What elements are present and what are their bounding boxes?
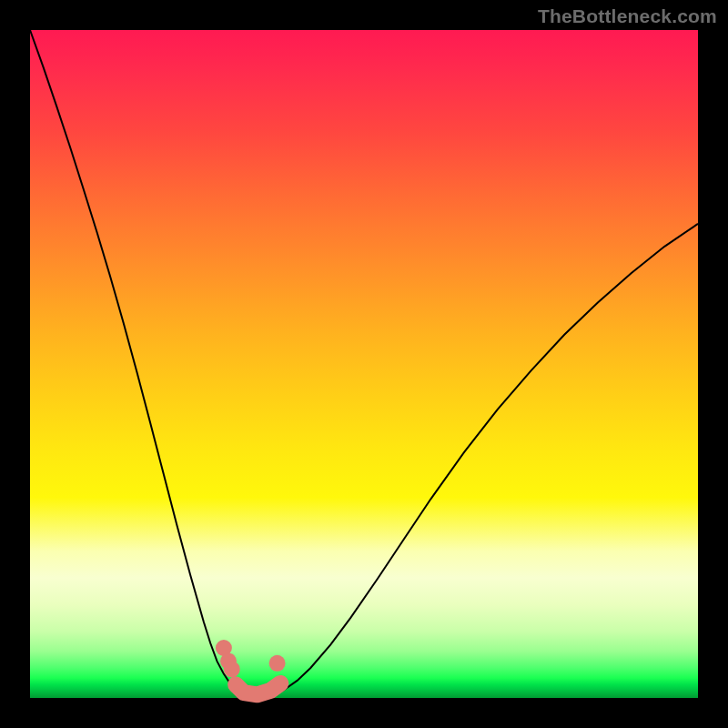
- chart-frame: TheBottleneck.com: [0, 0, 728, 728]
- right-curve: [258, 224, 698, 698]
- marker-dot: [224, 661, 240, 677]
- marker-dot: [269, 655, 286, 672]
- plot-area: [30, 30, 698, 698]
- watermark-text: TheBottleneck.com: [538, 5, 717, 27]
- marker-cluster: [216, 640, 286, 694]
- left-curve: [30, 30, 258, 698]
- marker-thick-segment: [236, 683, 280, 694]
- chart-svg: [30, 30, 698, 698]
